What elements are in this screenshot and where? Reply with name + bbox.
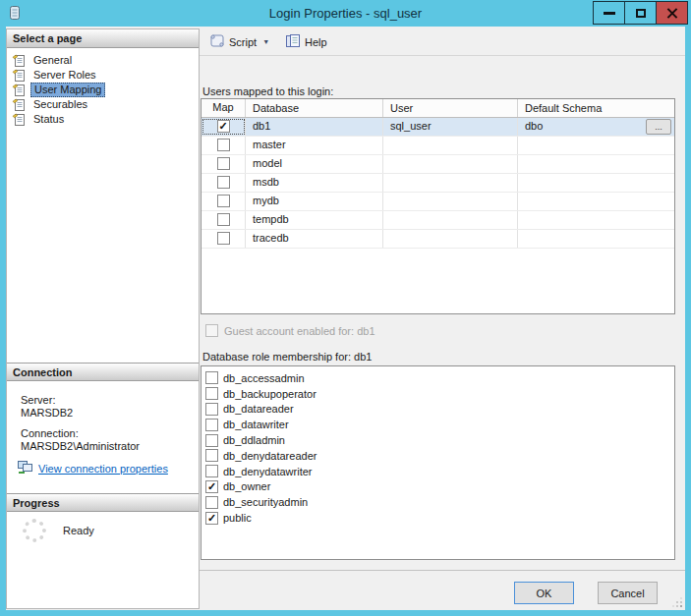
role-item-db-denydatareader[interactable]: db_denydatareader: [205, 448, 674, 464]
map-cell[interactable]: [202, 137, 246, 154]
schema-cell: dbo...: [518, 118, 674, 136]
column-header-default-schema[interactable]: Default Schema: [518, 99, 674, 117]
close-button[interactable]: [656, 1, 688, 25]
column-header-user[interactable]: User: [383, 99, 518, 117]
database-cell: msdb: [246, 174, 383, 192]
role-item-db-denydatawriter[interactable]: db_denydatawriter: [205, 464, 674, 479]
server-value: MARSDB2: [21, 407, 73, 419]
sidebar-item-securables[interactable]: Securables: [7, 97, 199, 112]
role-checkbox[interactable]: ✓: [205, 480, 218, 493]
progress-spinner-icon: [23, 519, 46, 542]
cancel-button[interactable]: Cancel: [598, 582, 658, 604]
window-title: Login Properties - sql_user: [0, 6, 691, 21]
role-checkbox[interactable]: [205, 371, 218, 384]
script-button[interactable]: Script ▼: [204, 31, 274, 52]
table-row[interactable]: mydb: [202, 193, 674, 211]
guest-account-checkbox: [205, 324, 218, 337]
role-item-public[interactable]: ✓public: [205, 510, 674, 526]
resize-grip[interactable]: [669, 594, 683, 608]
map-cell[interactable]: [202, 230, 246, 248]
role-label: public: [223, 512, 252, 524]
window-controls: [594, 1, 688, 25]
map-checkbox[interactable]: [217, 213, 230, 226]
role-item-db-owner[interactable]: ✓db_owner: [205, 479, 674, 495]
schema-cell: [518, 137, 674, 154]
map-cell[interactable]: ✓: [202, 118, 246, 136]
role-checkbox[interactable]: [205, 465, 218, 477]
map-checkbox[interactable]: ✓: [217, 120, 230, 133]
browse-schema-button[interactable]: ...: [646, 119, 671, 135]
table-row[interactable]: tracedb: [202, 230, 674, 249]
content-panel: Script ▼ Help Us: [200, 27, 685, 610]
role-checkbox[interactable]: [205, 449, 218, 462]
map-checkbox[interactable]: [217, 139, 230, 151]
sidebar-item-label: Status: [30, 113, 67, 126]
role-item-db-accessadmin[interactable]: db_accessadmin: [205, 370, 674, 386]
database-cell: master: [246, 137, 383, 154]
schema-cell: [518, 193, 674, 210]
role-checkbox[interactable]: [205, 496, 218, 509]
sidebar-item-label: General: [30, 54, 75, 67]
close-icon: [665, 7, 678, 20]
user-cell: [383, 137, 518, 154]
map-cell[interactable]: [202, 155, 246, 173]
help-icon: [285, 33, 301, 50]
sidebar-item-label: Securables: [30, 98, 90, 111]
help-button[interactable]: Help: [280, 31, 332, 52]
sidebar-item-server-roles[interactable]: Server Roles: [7, 68, 199, 83]
map-checkbox[interactable]: [217, 176, 230, 189]
role-checkbox[interactable]: [205, 419, 218, 431]
map-checkbox[interactable]: [217, 232, 230, 245]
role-checkbox[interactable]: [205, 403, 218, 416]
sidebar-item-general[interactable]: General: [7, 53, 199, 68]
role-checkbox[interactable]: [205, 434, 218, 447]
mapping-table-body: ✓db1sql_userdbo...mastermodelmsdbmydbtem…: [202, 118, 674, 249]
database-cell: model: [246, 155, 383, 173]
schema-cell: [518, 155, 674, 173]
maximize-button[interactable]: [624, 1, 657, 25]
minimize-button[interactable]: [593, 1, 625, 25]
role-checkbox[interactable]: ✓: [205, 512, 218, 525]
role-item-db-datawriter[interactable]: db_datawriter: [205, 417, 674, 432]
page-icon: [12, 69, 27, 83]
sidebar-item-label: Server Roles: [30, 69, 99, 82]
script-dropdown-arrow-icon[interactable]: ▼: [262, 38, 269, 45]
page-icon: [12, 54, 27, 68]
minimize-icon: [604, 12, 615, 15]
role-label: db_datareader: [223, 403, 294, 415]
role-checkbox[interactable]: [205, 387, 218, 400]
role-item-db-backupoperator[interactable]: db_backupoperator: [205, 386, 674, 402]
role-item-db-ddladmin[interactable]: db_ddladmin: [205, 432, 674, 448]
select-page-header: Select a page: [7, 29, 199, 48]
table-row[interactable]: ✓db1sql_userdbo...: [202, 118, 674, 137]
role-label: db_accessadmin: [223, 372, 305, 384]
view-connection-properties-link[interactable]: View connection properties: [38, 463, 168, 475]
map-cell[interactable]: [202, 174, 246, 192]
connection-value: MARSDB2\Administrator: [21, 440, 140, 452]
ok-button[interactable]: OK: [514, 582, 574, 604]
users-mapped-label: Users mapped to this login:: [202, 85, 333, 97]
guest-account-row: Guest account enabled for: db1: [205, 324, 375, 337]
table-row[interactable]: model: [202, 155, 674, 174]
schema-cell: [518, 174, 674, 192]
schema-cell: [518, 230, 674, 248]
map-cell[interactable]: [202, 211, 246, 229]
user-cell: [383, 174, 518, 192]
column-header-map[interactable]: Map: [202, 99, 246, 117]
table-row[interactable]: master: [202, 137, 674, 155]
map-checkbox[interactable]: [217, 195, 230, 207]
table-row[interactable]: tempdb: [202, 211, 674, 230]
role-item-db-securityadmin[interactable]: db_securityadmin: [205, 494, 674, 510]
sidebar-item-user-mapping[interactable]: User Mapping: [7, 83, 199, 97]
progress-header: Progress: [7, 493, 199, 512]
role-label: db_backupoperator: [223, 388, 317, 400]
map-checkbox[interactable]: [217, 157, 230, 170]
column-header-database[interactable]: Database: [246, 99, 383, 117]
map-cell[interactable]: [202, 193, 246, 210]
role-item-db-datareader[interactable]: db_datareader: [205, 402, 674, 418]
table-row[interactable]: msdb: [202, 174, 674, 193]
client-area: Select a page GeneralServer RolesUser Ma…: [6, 27, 685, 610]
mapping-table-header: MapDatabaseUserDefault Schema: [202, 99, 674, 118]
sidebar-item-status[interactable]: Status: [7, 112, 199, 127]
footer-divider: [200, 570, 685, 571]
